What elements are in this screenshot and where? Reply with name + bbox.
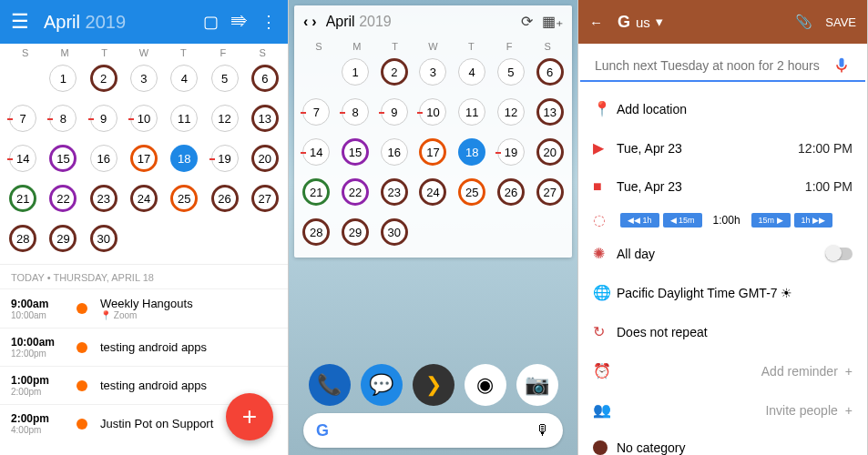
day-cell[interactable]: 14 bbox=[4, 140, 42, 177]
day-cell[interactable]: 17 bbox=[414, 134, 452, 170]
day-cell[interactable]: 7 bbox=[298, 94, 335, 130]
day-cell[interactable]: 4 bbox=[165, 60, 203, 96]
day-cell[interactable]: 1 bbox=[44, 60, 82, 96]
day-cell[interactable]: 18 bbox=[165, 140, 203, 177]
day-cell[interactable]: 10 bbox=[125, 100, 163, 136]
day-cell[interactable]: 24 bbox=[125, 180, 163, 217]
day-cell[interactable]: 27 bbox=[531, 174, 568, 210]
phone-app-icon[interactable]: 📞 bbox=[309, 364, 351, 406]
day-cell[interactable]: 25 bbox=[454, 174, 491, 210]
day-cell[interactable]: 22 bbox=[44, 180, 82, 217]
title-input-row[interactable] bbox=[580, 44, 865, 82]
day-cell[interactable]: 1 bbox=[337, 54, 374, 90]
reminder-row[interactable]: ⏰Add reminder+ bbox=[578, 351, 867, 390]
day-cell[interactable]: 17 bbox=[125, 140, 163, 177]
day-cell[interactable]: 26 bbox=[205, 180, 243, 217]
day-cell[interactable]: 16 bbox=[375, 134, 413, 170]
timezone-row[interactable]: 🌐Pacific Daylight Time GMT-7 ☀ bbox=[578, 273, 867, 312]
overflow-icon[interactable]: ⋮ bbox=[260, 12, 277, 32]
day-cell[interactable]: 9 bbox=[375, 94, 413, 130]
day-cell[interactable]: 8 bbox=[44, 100, 82, 136]
voice-input-icon[interactable] bbox=[832, 56, 851, 75]
day-cell[interactable]: 19 bbox=[205, 140, 243, 177]
dur-plus-15m[interactable]: 15m ▶ bbox=[751, 213, 791, 228]
account-label[interactable]: us bbox=[636, 15, 650, 30]
day-cell[interactable]: 16 bbox=[85, 140, 123, 177]
day-cell[interactable]: 5 bbox=[205, 60, 243, 96]
prev-month-icon[interactable]: ‹ bbox=[303, 14, 308, 30]
day-cell[interactable]: 11 bbox=[165, 100, 203, 136]
day-cell[interactable]: 13 bbox=[246, 100, 284, 136]
day-cell[interactable]: 2 bbox=[85, 60, 123, 96]
day-cell[interactable]: 14 bbox=[298, 134, 335, 170]
chrome-app-icon[interactable]: ◉ bbox=[465, 364, 506, 406]
agenda-item[interactable]: 9:00am10:00am Weekly Hangouts📍 Zoom bbox=[0, 288, 288, 328]
dropdown-icon[interactable]: ▾ bbox=[656, 14, 663, 30]
invite-row[interactable]: 👥Invite people+ bbox=[578, 390, 867, 430]
day-cell[interactable]: 8 bbox=[337, 94, 374, 130]
day-cell[interactable]: 5 bbox=[493, 54, 530, 90]
day-cell[interactable]: 9 bbox=[85, 100, 123, 136]
day-cell[interactable]: 3 bbox=[125, 60, 163, 96]
day-cell[interactable]: 3 bbox=[414, 54, 452, 90]
hamburger-icon[interactable]: ☰ bbox=[11, 10, 29, 34]
add-event-fab[interactable]: + bbox=[226, 393, 273, 440]
location-row[interactable]: 📍Add location bbox=[578, 89, 867, 128]
end-time-row[interactable]: ■Tue, Apr 231:00 PM bbox=[578, 167, 867, 206]
day-cell[interactable]: 23 bbox=[85, 180, 123, 217]
day-cell[interactable]: 29 bbox=[337, 214, 374, 250]
day-cell[interactable]: 12 bbox=[205, 100, 243, 136]
calendar-grid[interactable]: 1234567891011121314151617181920212223242… bbox=[0, 60, 288, 257]
agenda-item[interactable]: 10:00am12:00pm testing android apps bbox=[0, 328, 288, 366]
plex-app-icon[interactable]: ❯ bbox=[413, 364, 454, 406]
day-cell[interactable]: 11 bbox=[454, 94, 491, 130]
day-cell[interactable]: 26 bbox=[493, 174, 530, 210]
back-icon[interactable]: ← bbox=[589, 15, 603, 30]
day-cell[interactable]: 30 bbox=[375, 214, 413, 250]
day-cell[interactable]: 21 bbox=[298, 174, 335, 210]
day-cell[interactable]: 27 bbox=[246, 180, 284, 217]
day-cell[interactable]: 18 bbox=[454, 134, 491, 170]
allday-toggle[interactable] bbox=[825, 248, 853, 260]
day-cell[interactable]: 19 bbox=[493, 134, 530, 170]
widget-calendar-grid[interactable]: 1234567891011121314151617181920212223242… bbox=[294, 54, 572, 258]
day-cell[interactable]: 6 bbox=[531, 54, 568, 90]
day-cell[interactable]: 2 bbox=[375, 54, 413, 90]
goto-icon[interactable]: ⭆ bbox=[231, 13, 248, 32]
day-cell[interactable]: 21 bbox=[4, 180, 42, 217]
day-cell[interactable]: 20 bbox=[246, 140, 284, 177]
messages-app-icon[interactable]: 💬 bbox=[361, 364, 403, 406]
day-cell[interactable]: 29 bbox=[44, 220, 82, 257]
day-cell[interactable]: 25 bbox=[165, 180, 203, 217]
day-cell[interactable]: 12 bbox=[493, 94, 530, 130]
day-cell[interactable]: 28 bbox=[298, 214, 335, 250]
assistant-icon[interactable]: 🎙 bbox=[536, 422, 550, 439]
category-row[interactable]: No category bbox=[578, 430, 867, 455]
day-cell[interactable]: 15 bbox=[337, 134, 374, 170]
day-cell[interactable]: 13 bbox=[531, 94, 568, 130]
day-cell[interactable]: 24 bbox=[414, 174, 452, 210]
next-month-icon[interactable]: › bbox=[311, 14, 316, 30]
attach-icon[interactable]: 📎 bbox=[795, 14, 812, 30]
day-cell[interactable]: 28 bbox=[4, 220, 42, 257]
save-button[interactable]: SAVE bbox=[825, 15, 856, 29]
month-title[interactable]: April 2019 bbox=[44, 12, 126, 33]
repeat-row[interactable]: ↻Does not repeat bbox=[578, 312, 867, 351]
dur-minus-15m[interactable]: ◀ 15m bbox=[663, 213, 702, 228]
add-icon[interactable]: ▦₊ bbox=[542, 13, 563, 30]
allday-row[interactable]: ✺All day bbox=[578, 234, 867, 273]
start-time-row[interactable]: ▶Tue, Apr 2312:00 PM bbox=[578, 128, 867, 167]
refresh-icon[interactable]: ⟳ bbox=[521, 13, 533, 30]
dur-minus-1h[interactable]: ◀◀ 1h bbox=[620, 213, 659, 228]
day-cell[interactable]: 22 bbox=[337, 174, 374, 210]
today-icon[interactable]: ▢ bbox=[203, 12, 219, 32]
day-cell[interactable]: 10 bbox=[414, 94, 452, 130]
widget-month-title[interactable]: April 2019 bbox=[326, 14, 392, 30]
day-cell[interactable]: 20 bbox=[531, 134, 568, 170]
day-cell[interactable]: 4 bbox=[454, 54, 491, 90]
day-cell[interactable]: 7 bbox=[4, 100, 42, 136]
day-cell[interactable]: 6 bbox=[246, 60, 284, 96]
day-cell[interactable]: 23 bbox=[375, 174, 413, 210]
day-cell[interactable]: 15 bbox=[44, 140, 82, 177]
google-search-bar[interactable]: G 🎙 bbox=[303, 413, 563, 448]
